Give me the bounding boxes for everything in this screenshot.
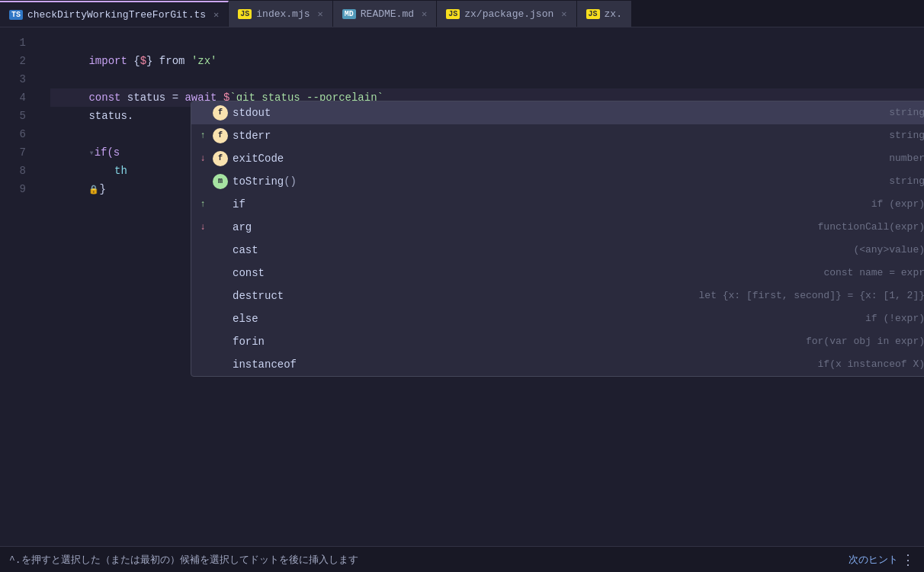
- ac-detail-if: if (expr): [359, 195, 924, 214]
- line-num-6: 6: [0, 125, 26, 143]
- ac-name-else: else: [233, 310, 355, 328]
- ac-arrow-up-stderr: ↑: [197, 127, 208, 145]
- ac-arrow-up-if: ↑: [197, 195, 208, 214]
- ac-name-forin: forin: [233, 333, 355, 351]
- ac-icon-f-stdout: f: [213, 105, 228, 121]
- ac-detail-stdout: string: [359, 104, 924, 122]
- tab-close-button[interactable]: ✕: [561, 8, 566, 20]
- lang-badge-js: JS: [238, 9, 252, 19]
- tab-zx-dot[interactable]: JS zx.: [577, 1, 632, 27]
- status-next-hint-button[interactable]: 次のヒント: [849, 553, 898, 567]
- tab-checkdirtyworkingtreeforgit[interactable]: TS checkDirtyWorkingTreeForGit.ts ✕: [0, 1, 229, 27]
- tab-label: zx.: [605, 8, 622, 20]
- ac-name-arg: arg: [233, 218, 355, 236]
- tab-close-button[interactable]: ✕: [213, 9, 219, 21]
- ac-item-forin[interactable]: forin for(var obj in expr): [191, 330, 924, 353]
- ac-detail-const: const name = expr: [359, 264, 924, 282]
- lang-badge-json: JS: [446, 9, 460, 19]
- ac-item-const[interactable]: const const name = expr: [191, 262, 924, 284]
- ac-item-tostring[interactable]: m toString() string: [191, 170, 924, 193]
- code-line-3: const status = await $`git status --porc…: [50, 70, 924, 88]
- tab-label: README.md: [361, 8, 414, 20]
- tab-zx-package-json[interactable]: JS zx/package.json ✕: [437, 1, 576, 27]
- ac-item-else[interactable]: else if (!expr): [191, 307, 924, 330]
- ac-detail-else: if (!expr): [359, 310, 924, 328]
- lang-badge-js2: JS: [586, 9, 600, 19]
- ac-detail-cast: (<any>value): [359, 241, 924, 259]
- line-num-4: 4: [0, 88, 26, 107]
- tab-label: index.mjs: [256, 8, 310, 20]
- ac-item-stderr[interactable]: ↑ f stderr string: [191, 124, 924, 147]
- ac-detail-exitcode: number: [359, 149, 924, 168]
- code-line-1: import {$} from 'zx': [50, 34, 924, 52]
- ac-name-tostring: toString(): [233, 172, 355, 191]
- tab-index-mjs[interactable]: JS index.mjs ✕: [229, 1, 332, 27]
- line-num-5: 5: [0, 107, 26, 125]
- ac-arrow-down-arg: ↓: [197, 218, 208, 236]
- status-hint-text: ^.を押すと選択した（または最初の）候補を選択してドットを後に挿入します: [9, 553, 841, 567]
- ac-item-exitcode[interactable]: ↓ f exitCode number: [191, 147, 924, 170]
- line-num-3: 3: [0, 70, 26, 88]
- ac-icon-f-stderr: f: [213, 128, 228, 143]
- code-editor[interactable]: import {$} from 'zx' const status = awai…: [38, 27, 924, 546]
- ac-name-if: if: [233, 195, 355, 214]
- ac-name-exitcode: exitCode: [233, 149, 355, 168]
- ac-item-arg[interactable]: ↓ arg functionCall(expr): [191, 216, 924, 239]
- ac-item-cast[interactable]: cast (<any>value): [191, 239, 924, 262]
- tab-close-button[interactable]: ✕: [318, 8, 323, 20]
- ac-name-destruct: destruct: [233, 287, 355, 305]
- ac-detail-tostring: string: [359, 172, 924, 191]
- tab-readme-md[interactable]: MD README.md ✕: [333, 1, 437, 27]
- line-num-9: 9: [0, 180, 26, 198]
- tab-bar: TS checkDirtyWorkingTreeForGit.ts ✕ JS i…: [0, 0, 924, 27]
- ac-item-instanceof[interactable]: instanceof if(x instanceof X): [191, 353, 924, 376]
- ac-icon-f-exitcode: f: [213, 151, 228, 166]
- line-num-2: 2: [0, 52, 26, 70]
- ac-item-if[interactable]: ↑ if if (expr): [191, 193, 924, 216]
- line-num-7: 7: [0, 143, 26, 162]
- ac-name-stderr: stderr: [233, 127, 355, 145]
- autocomplete-dropdown[interactable]: f stdout string ↑ f stderr string ↓ f ex…: [191, 101, 924, 377]
- ac-detail-arg: functionCall(expr): [359, 218, 924, 236]
- ac-detail-stderr: string: [359, 127, 924, 145]
- line-num-1: 1: [0, 34, 26, 52]
- ac-name-instanceof: instanceof: [233, 355, 355, 374]
- ac-name-stdout: stdout: [233, 104, 355, 122]
- tab-close-button[interactable]: ✕: [422, 8, 427, 20]
- ac-detail-destruct: let {x: [first, second]} = {x: [1, 2]}: [359, 287, 924, 305]
- lang-badge-md: MD: [342, 9, 356, 19]
- editor-area: 1 2 3 4 5 6 7 8 9 import {$} from 'zx' c…: [0, 27, 924, 546]
- ac-icon-m-tostring: m: [213, 174, 228, 189]
- status-menu-button[interactable]: ⋮: [901, 551, 915, 568]
- ac-detail-forin: for(var obj in expr): [359, 333, 924, 351]
- ac-item-stdout[interactable]: f stdout string: [191, 101, 924, 124]
- line-numbers: 1 2 3 4 5 6 7 8 9: [0, 27, 38, 546]
- ac-arrow-down-exitcode: ↓: [197, 149, 208, 168]
- ac-name-cast: cast: [233, 241, 355, 259]
- ac-detail-instanceof: if(x instanceof X): [359, 355, 924, 374]
- ac-item-destruct[interactable]: destruct let {x: [first, second]} = {x: …: [191, 284, 924, 307]
- code-line-2: [50, 52, 924, 70]
- tab-label: zx/package.json: [464, 8, 553, 20]
- ac-name-const: const: [233, 264, 355, 282]
- status-bar: ^.を押すと選択した（または最初の）候補を選択してドットを後に挿入します 次のヒ…: [0, 546, 924, 572]
- lang-badge-ts: TS: [9, 10, 23, 20]
- tab-label: checkDirtyWorkingTreeForGit.ts: [27, 9, 206, 21]
- line-num-8: 8: [0, 162, 26, 180]
